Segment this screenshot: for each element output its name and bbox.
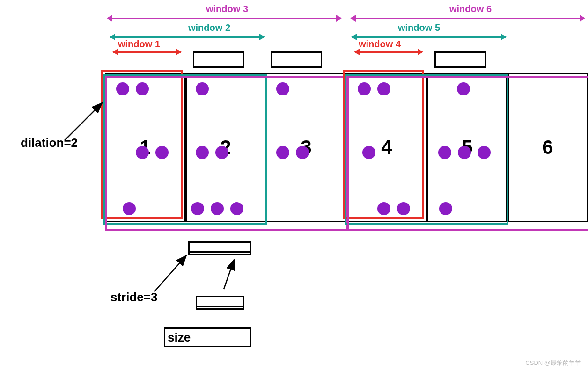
window1-arrow bbox=[113, 51, 181, 53]
lower-divider-2 bbox=[196, 306, 244, 307]
stride-label: stride=3 bbox=[110, 290, 157, 305]
dilation-label: dilation=2 bbox=[21, 136, 78, 150]
window3-rect bbox=[105, 76, 348, 231]
lower-box-1 bbox=[188, 241, 251, 255]
lower-divider-1 bbox=[188, 251, 251, 253]
window5-label: window 5 bbox=[398, 22, 440, 33]
header-box-3 bbox=[271, 51, 322, 68]
window2-arrow bbox=[110, 36, 264, 38]
window3-arrow bbox=[108, 18, 341, 19]
window4-arrow bbox=[355, 51, 422, 53]
window1-label: window 1 bbox=[118, 39, 160, 50]
watermark: CSDN @最笨的羊羊 bbox=[525, 359, 581, 367]
svg-line-1 bbox=[65, 103, 102, 140]
window3-label: window 3 bbox=[206, 4, 248, 15]
header-box-2 bbox=[193, 51, 244, 68]
header-box-5 bbox=[434, 51, 486, 68]
window2-label: window 2 bbox=[188, 22, 230, 33]
window6-label: window 6 bbox=[449, 4, 492, 15]
window6-arrow bbox=[351, 18, 584, 19]
window4-label: window 4 bbox=[359, 39, 401, 50]
window5-arrow bbox=[352, 36, 506, 38]
size-label: size bbox=[168, 330, 191, 345]
lower-box-2 bbox=[196, 296, 244, 310]
svg-line-3 bbox=[224, 260, 234, 289]
window6-rect bbox=[347, 76, 588, 231]
svg-line-2 bbox=[154, 255, 186, 291]
